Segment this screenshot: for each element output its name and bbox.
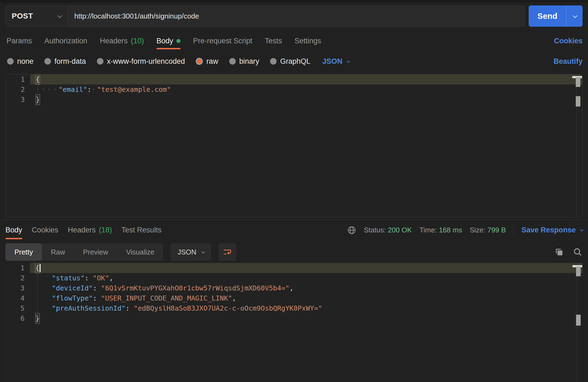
body-mode-graphql[interactable]: GraphQL bbox=[270, 57, 310, 66]
response-language-label: JSON bbox=[177, 248, 196, 256]
line-number: 5 bbox=[5, 303, 24, 313]
token-key: "flowType" bbox=[52, 293, 93, 303]
send-button-group: Send bbox=[529, 5, 583, 27]
code-content: { bbox=[30, 74, 582, 84]
overview-mark bbox=[576, 315, 581, 326]
text-cursor bbox=[40, 264, 41, 272]
copy-response-button[interactable] bbox=[554, 247, 564, 257]
token-punc: , bbox=[289, 283, 293, 293]
token-sp bbox=[35, 293, 52, 303]
response-tab-headers[interactable]: Headers(18) bbox=[68, 220, 112, 240]
request-tabs-row: ParamsAuthorizationHeaders(10)BodyPre-re… bbox=[5, 31, 583, 50]
token-punc: : bbox=[125, 303, 134, 313]
beautify-link[interactable]: Beautify bbox=[553, 57, 583, 66]
code-content: "preAuthSessionId": "edBQyslH8aSoB3JXO7U… bbox=[30, 303, 583, 313]
response-language-dropdown[interactable]: JSON bbox=[170, 243, 211, 261]
token-key: "email" bbox=[59, 84, 87, 95]
line-number: 4 bbox=[5, 293, 24, 303]
body-mode-label: form-data bbox=[54, 57, 86, 66]
tab-label: Settings bbox=[295, 37, 321, 45]
response-view-switcher: PrettyRawPreviewVisualize bbox=[5, 243, 163, 261]
search-response-button[interactable] bbox=[573, 247, 583, 257]
line-number: 3 bbox=[6, 95, 25, 105]
code-line: 4 "flowType": "USER_INPUT_CODE_AND_MAGIC… bbox=[5, 293, 583, 303]
save-response-button[interactable]: Save Response bbox=[521, 226, 583, 234]
body-mode-form-data[interactable]: form-data bbox=[44, 57, 86, 66]
token-str: "OK" bbox=[93, 273, 109, 283]
active-tab-underline bbox=[157, 48, 181, 49]
wrap-text-button[interactable] bbox=[218, 243, 236, 261]
cookies-link[interactable]: Cookies bbox=[554, 37, 583, 45]
search-icon bbox=[573, 247, 583, 257]
chevron-down-icon bbox=[202, 250, 205, 253]
tab-params[interactable]: Params bbox=[7, 31, 32, 50]
code-line: 5 "preAuthSessionId": "edBQyslH8aSoB3JXO… bbox=[5, 303, 583, 313]
body-mode-raw[interactable]: raw bbox=[196, 57, 218, 66]
request-url-row: POST http://localhost:3001/auth/signinup… bbox=[5, 5, 583, 27]
tab-label: Headers bbox=[100, 37, 128, 45]
window-top-strip bbox=[0, 0, 588, 2]
response-header: BodyCookiesHeaders(18)Test Results Statu… bbox=[0, 220, 588, 240]
view-mode-raw[interactable]: Raw bbox=[42, 243, 74, 261]
tab-body[interactable]: Body bbox=[157, 31, 181, 50]
url-text: http://localhost:3001/auth/signinup/code bbox=[74, 12, 199, 20]
request-editor-lines: 1{2····"email":·"test@example.com"3} bbox=[6, 74, 582, 105]
code-content: } bbox=[30, 95, 582, 105]
status-value: 200 OK bbox=[388, 226, 412, 234]
view-mode-visualize[interactable]: Visualize bbox=[117, 243, 163, 261]
radio-button-icon bbox=[196, 58, 203, 65]
token-str: "USER_INPUT_CODE_AND_MAGIC_LINK" bbox=[101, 293, 232, 303]
line-number: 2 bbox=[6, 84, 25, 95]
token-punc: : bbox=[93, 293, 101, 303]
tab-headers[interactable]: Headers(10) bbox=[100, 31, 144, 50]
response-meta: Status: 200 OK Time: 168 ms Size: 799 B … bbox=[347, 225, 583, 235]
chevron-down-icon bbox=[580, 228, 584, 232]
token-ws: · bbox=[91, 84, 97, 95]
size-label: Size: bbox=[470, 226, 485, 234]
url-input[interactable]: http://localhost:3001/auth/signinup/code bbox=[68, 6, 525, 26]
time-label: Time: bbox=[419, 226, 437, 234]
tab-settings[interactable]: Settings bbox=[295, 31, 321, 50]
code-content: "deviceId": "6Q1vSrmKtuvPYGXahO0r1cbw57r… bbox=[30, 283, 583, 293]
tab-label: Body bbox=[5, 226, 22, 234]
body-mode-row: noneform-datax-www-form-urlencodedrawbin… bbox=[5, 53, 583, 69]
save-response-label: Save Response bbox=[521, 226, 576, 234]
send-button[interactable]: Send bbox=[529, 5, 566, 27]
body-mode-label: x-www-form-urlencoded bbox=[107, 57, 185, 66]
body-mode-x-www-form-urlencoded[interactable]: x-www-form-urlencoded bbox=[97, 57, 185, 66]
response-tab-test-results[interactable]: Test Results bbox=[121, 220, 161, 240]
view-mode-pretty[interactable]: Pretty bbox=[5, 243, 42, 261]
token-sp bbox=[35, 283, 52, 293]
tab-pre-request-script[interactable]: Pre-request Script bbox=[193, 31, 252, 50]
response-body-editor[interactable]: 1{2 "status": "OK",3 "deviceId": "6Q1vSr… bbox=[5, 263, 583, 382]
line-number: 2 bbox=[5, 273, 24, 283]
code-content: } bbox=[30, 313, 583, 323]
tab-count-badge: (10) bbox=[131, 37, 144, 45]
overview-ruler bbox=[577, 74, 577, 217]
time-value: 168 ms bbox=[439, 226, 462, 234]
tab-authorization[interactable]: Authorization bbox=[44, 31, 87, 50]
request-language-dropdown[interactable]: JSON bbox=[322, 57, 349, 66]
divider bbox=[513, 225, 514, 235]
view-mode-preview[interactable]: Preview bbox=[74, 243, 117, 261]
send-options-button[interactable] bbox=[566, 5, 583, 27]
method-dropdown[interactable]: POST bbox=[6, 6, 68, 26]
body-mode-binary[interactable]: binary bbox=[229, 57, 259, 66]
network-globe-icon[interactable] bbox=[347, 226, 356, 235]
tab-label: Cookies bbox=[32, 226, 59, 234]
tab-label: Params bbox=[7, 37, 32, 45]
request-body-editor[interactable]: 1{2····"email":·"test@example.com"3} bbox=[5, 74, 583, 217]
code-content: { bbox=[30, 263, 583, 273]
scrollbar-thumb[interactable] bbox=[576, 266, 581, 276]
tab-tests[interactable]: Tests bbox=[265, 31, 282, 50]
token-str: "test@example.com" bbox=[97, 84, 171, 95]
size-value: 799 B bbox=[487, 226, 506, 234]
body-mode-none[interactable]: none bbox=[7, 57, 33, 66]
overview-mark bbox=[576, 96, 580, 107]
response-tab-cookies[interactable]: Cookies bbox=[32, 220, 59, 240]
line-number: 1 bbox=[5, 263, 24, 273]
time-indicator: Time: 168 ms bbox=[419, 226, 462, 234]
response-tab-body[interactable]: Body bbox=[5, 220, 22, 240]
scrollbar-thumb[interactable] bbox=[576, 77, 580, 87]
chevron-down-icon bbox=[57, 13, 62, 18]
